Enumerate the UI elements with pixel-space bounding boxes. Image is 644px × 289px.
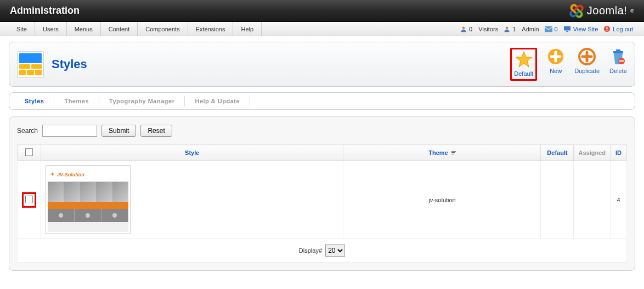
- status-messages[interactable]: 0: [545, 26, 558, 32]
- svg-point-7: [607, 30, 608, 31]
- toolbar-delete-button[interactable]: Delete: [609, 48, 627, 74]
- menu-menus[interactable]: Menus: [67, 22, 101, 36]
- main-menu: Site Users Menus Content Components Exte…: [0, 22, 644, 36]
- status-viewsite[interactable]: View Site: [563, 26, 598, 32]
- menu-site[interactable]: Site: [9, 22, 35, 36]
- menu-help[interactable]: Help: [233, 22, 262, 36]
- menu-users[interactable]: Users: [35, 22, 67, 36]
- person-icon: [460, 26, 467, 32]
- table-row: ✶JV-Solution jv-solution 4: [18, 161, 627, 239]
- svg-rect-2: [545, 26, 552, 32]
- display-selector: Display# 20: [299, 247, 345, 254]
- col-checkall: [18, 145, 41, 161]
- row-checkbox[interactable]: [25, 196, 33, 203]
- svg-rect-6: [607, 27, 608, 30]
- joomla-logo-icon: [569, 4, 584, 18]
- menu-components[interactable]: Components: [138, 22, 188, 36]
- page-header: Styles Default New Duplicate: [9, 42, 635, 87]
- check-all[interactable]: [25, 148, 33, 156]
- col-theme[interactable]: Theme: [343, 145, 541, 161]
- status-logout[interactable]: Log out: [603, 25, 633, 32]
- svg-rect-11: [616, 49, 620, 51]
- cell-default: [541, 161, 574, 239]
- menu-content[interactable]: Content: [101, 22, 138, 36]
- svg-rect-13: [619, 60, 624, 62]
- menu-extensions[interactable]: Extensions: [188, 22, 234, 36]
- col-style[interactable]: Style: [41, 145, 343, 161]
- toolbar-new-button[interactable]: New: [547, 48, 564, 74]
- submenu-help[interactable]: Help & Update: [185, 96, 250, 107]
- col-default[interactable]: Default: [541, 145, 574, 161]
- toolbar: Default New Duplicate D: [510, 48, 627, 81]
- styles-module-icon: [17, 51, 44, 78]
- menu-left: Site Users Menus Content Components Exte…: [9, 22, 262, 36]
- status-bar: 0 Visitors 1 Admin 0 View Site Log out: [460, 22, 635, 36]
- search-input[interactable]: [42, 125, 97, 137]
- cell-theme: jv-solution: [343, 161, 541, 239]
- submenu-typography[interactable]: Typography Manager: [99, 96, 185, 107]
- styles-table: Style Theme Default Assigned ID: [17, 144, 627, 263]
- content-panel: Search Submit Reset Style Theme Default …: [9, 116, 635, 271]
- toolbar-duplicate-button[interactable]: Duplicate: [574, 48, 600, 74]
- svg-point-1: [506, 26, 509, 29]
- envelope-icon: [545, 26, 552, 32]
- star-icon: [515, 51, 533, 68]
- logout-icon: [603, 25, 611, 32]
- svg-rect-10: [613, 51, 623, 53]
- plus-circle-icon: [547, 48, 564, 65]
- reset-button[interactable]: Reset: [140, 125, 172, 137]
- style-thumbnail[interactable]: ✶JV-Solution: [46, 165, 131, 234]
- display-count-select[interactable]: 20: [325, 244, 345, 257]
- admin-title: Administration: [10, 5, 80, 16]
- monitor-icon: [563, 26, 571, 32]
- search-row: Search Submit Reset: [17, 125, 627, 137]
- trash-icon: [609, 48, 627, 65]
- svg-point-0: [462, 26, 465, 29]
- person-icon: [504, 26, 510, 32]
- col-id[interactable]: ID: [611, 145, 627, 161]
- admin-topbar: Administration Joomla! ®: [0, 0, 644, 22]
- status-admins[interactable]: 1 Admin: [504, 26, 539, 32]
- highlight-default: Default: [510, 48, 537, 81]
- submenu-styles[interactable]: Styles: [15, 96, 54, 107]
- status-visitors[interactable]: 0 Visitors: [460, 26, 498, 32]
- cell-id: 4: [611, 161, 627, 239]
- brand: Joomla! ®: [569, 4, 634, 18]
- submenu: Styles Themes Typography Manager Help & …: [9, 92, 635, 110]
- duplicate-icon: [578, 48, 596, 65]
- sort-icon: [451, 151, 456, 155]
- svg-rect-3: [564, 26, 570, 30]
- toolbar-default-button[interactable]: Default: [514, 51, 533, 77]
- submit-button[interactable]: Submit: [101, 125, 136, 137]
- col-assigned: Assigned: [574, 145, 611, 161]
- highlight-row-checkbox: [22, 192, 36, 208]
- submenu-themes[interactable]: Themes: [54, 96, 99, 107]
- svg-rect-4: [566, 31, 568, 32]
- search-label: Search: [17, 127, 38, 135]
- brand-text: Joomla!: [587, 4, 628, 17]
- page-title: Styles: [52, 57, 87, 71]
- cell-assigned: [574, 161, 611, 239]
